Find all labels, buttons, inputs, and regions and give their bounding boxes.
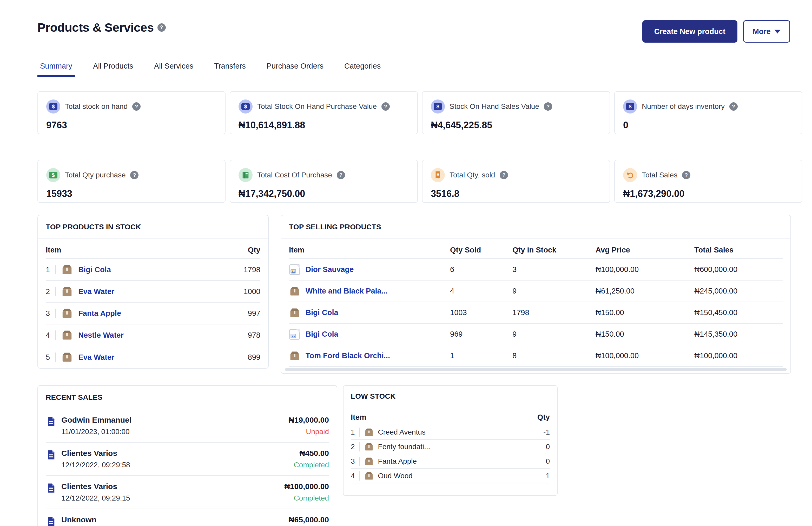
table-row[interactable]: 2 Fenty foundati... 0: [351, 440, 550, 454]
table-row[interactable]: 4 Oud Wood 1: [351, 469, 550, 483]
product-link[interactable]: Eva Water: [78, 287, 114, 296]
tab-categories[interactable]: Categories: [342, 62, 383, 77]
stat-value: ₦17,342,750.00: [238, 188, 409, 199]
help-icon[interactable]: ?: [337, 171, 345, 179]
table-row[interactable]: 4 Nestle Water 978: [46, 324, 260, 346]
product-link[interactable]: Bigi Cola: [306, 308, 338, 317]
status-badge: Completed: [294, 461, 329, 469]
sale-datetime: 12/12/2022, 09:29:15: [61, 494, 130, 502]
low-stock-panel: LOW STOCK Item Qty 1 Creed Aventus -1 2 …: [343, 385, 557, 496]
sale-amount: ₦450.00: [294, 449, 329, 458]
top-products-in-stock-panel: TOP PRODUCTS IN STOCK Item Qty 1 Bigi Co…: [38, 215, 269, 369]
stat-value: ₦4,645,225.85: [431, 120, 601, 131]
package-icon: [289, 350, 300, 362]
page-title: Products & Services: [38, 20, 154, 34]
chevron-down-icon: [774, 30, 781, 33]
package-icon: [61, 264, 73, 276]
cash-square-icon: $: [46, 100, 60, 114]
package-icon: [364, 471, 374, 481]
product-name: Fanta Apple: [378, 457, 417, 466]
table-row[interactable]: Dior Sauvage 6 3 ₦100,000.00 ₦600,000.00: [289, 259, 783, 280]
product-link[interactable]: Tom Ford Black Orchi...: [306, 351, 390, 360]
tab-summary[interactable]: Summary: [38, 62, 75, 77]
table-row[interactable]: 5 Eva Water 899: [46, 346, 260, 368]
help-icon[interactable]: ?: [729, 102, 738, 111]
sale-datetime: 11/01/2023, 01:00:00: [61, 427, 131, 436]
top-selling-products-panel: TOP SELLING PRODUCTS Item Qty Sold Qty i…: [281, 215, 791, 374]
table-header: Item Qty Sold Qty in Stock Avg Price Tot…: [289, 239, 783, 259]
product-link[interactable]: Bigi Cola: [78, 265, 111, 274]
sale-row[interactable]: Godwin Emmanuel 11/01/2023, 01:00:00 ₦19…: [46, 409, 329, 443]
help-icon[interactable]: ?: [381, 102, 390, 111]
product-name: Creed Aventus: [378, 428, 426, 436]
product-link[interactable]: White and Black Pala...: [306, 287, 388, 295]
package-icon: [364, 427, 374, 437]
panel-title: TOP PRODUCTS IN STOCK: [46, 223, 141, 231]
horizontal-scrollbar[interactable]: [285, 368, 787, 371]
package-icon: [61, 286, 73, 297]
more-button[interactable]: More: [743, 20, 790, 43]
sale-row[interactable]: Unknown 12/12/2022, 01:00:00 ₦65,000.00 …: [46, 509, 329, 526]
table-row[interactable]: 1 Bigi Cola 1798: [46, 259, 260, 281]
package-icon: [289, 286, 300, 297]
table-header: Item Qty: [351, 407, 550, 425]
help-icon[interactable]: ?: [500, 171, 508, 179]
table-row[interactable]: 3 Fanta Apple 997: [46, 303, 260, 324]
stat-card-stock-purchase-value: $ Total Stock On Hand Purchase Value ? ₦…: [230, 91, 418, 134]
receipt-icon: [431, 168, 445, 182]
sale-datetime: 12/12/2022, 09:29:58: [61, 461, 130, 469]
panel-title: TOP SELLING PRODUCTS: [289, 223, 381, 231]
tab-all-services[interactable]: All Services: [151, 62, 196, 77]
help-icon[interactable]: ?: [544, 102, 552, 111]
help-icon[interactable]: ?: [132, 102, 141, 111]
table-row[interactable]: 3 Fanta Apple 0: [351, 454, 550, 469]
image-placeholder-icon: [289, 264, 300, 275]
sale-row[interactable]: Clientes Varios 12/12/2022, 09:29:15 ₦10…: [46, 476, 329, 509]
product-link[interactable]: Fanta Apple: [78, 309, 121, 318]
invoice-icon: [46, 415, 57, 427]
invoice-icon: [46, 449, 57, 461]
title-help-icon[interactable]: ?: [158, 24, 166, 32]
stat-value: 9763: [46, 120, 217, 131]
tab-all-products[interactable]: All Products: [90, 62, 136, 77]
package-icon: [364, 442, 374, 452]
stat-card-stock-sales-value: $ Stock On Hand Sales Value ? ₦4,645,225…: [422, 91, 610, 134]
table-row[interactable]: 2 Eva Water 1000: [46, 281, 260, 303]
sale-row[interactable]: Clientes Varios 12/12/2022, 09:29:58 ₦45…: [46, 443, 329, 476]
cash-square-icon: $: [238, 100, 252, 114]
recent-sales-panel: RECENT SALES Godwin Emmanuel 11/01/2023,…: [38, 385, 337, 526]
status-badge: Completed: [284, 494, 329, 502]
cash-square-icon: $: [431, 100, 445, 114]
table-header: Item Qty: [46, 239, 260, 259]
stat-value: 3516.8: [431, 188, 601, 199]
tab-purchase-orders[interactable]: Purchase Orders: [264, 62, 326, 77]
package-icon: [61, 329, 73, 341]
table-row[interactable]: 1 Creed Aventus -1: [351, 425, 550, 440]
table-row[interactable]: Bigi Cola 969 9 ₦150.00 ₦145,350.00: [289, 324, 783, 345]
product-link[interactable]: Eva Water: [78, 353, 114, 362]
stat-card-total-qty-purchase: $ Total Qty purchase ? 15933: [38, 160, 226, 203]
product-link[interactable]: Nestle Water: [78, 331, 124, 339]
invoice-icon: [46, 515, 57, 526]
stat-card-total-stock-on-hand: $ Total stock on hand ? 9763: [38, 91, 226, 134]
help-icon[interactable]: ?: [682, 171, 691, 179]
table-row[interactable]: Tom Ford Black Orchi... 1 8 ₦100,000.00 …: [289, 345, 783, 367]
cash-square-icon: $: [623, 100, 637, 114]
tab-transfers[interactable]: Transfers: [212, 62, 248, 77]
table-row[interactable]: Bigi Cola 1003 1798 ₦150.00 ₦150,450.00: [289, 302, 783, 324]
stat-card-total-sales: Total Sales ? ₦1,673,290.00: [614, 160, 802, 203]
stat-card-total-qty-sold: Total Qty. sold ? 3516.8: [422, 160, 610, 203]
help-icon[interactable]: ?: [130, 171, 139, 179]
product-link[interactable]: Dior Sauvage: [306, 265, 354, 274]
ledger-icon: [238, 168, 252, 182]
package-icon: [61, 351, 73, 363]
package-icon: [364, 456, 374, 466]
customer-name: Unknown: [61, 515, 130, 524]
sale-amount: ₦19,000.00: [289, 415, 329, 424]
customer-name: Clientes Varios: [61, 482, 130, 491]
table-row[interactable]: White and Black Pala... 4 9 ₦61,250.00 ₦…: [289, 280, 783, 302]
create-new-product-button[interactable]: Create New product: [642, 20, 737, 43]
panel-title: LOW STOCK: [351, 392, 395, 400]
product-link[interactable]: Bigi Cola: [306, 330, 338, 338]
panel-title: RECENT SALES: [46, 393, 103, 401]
